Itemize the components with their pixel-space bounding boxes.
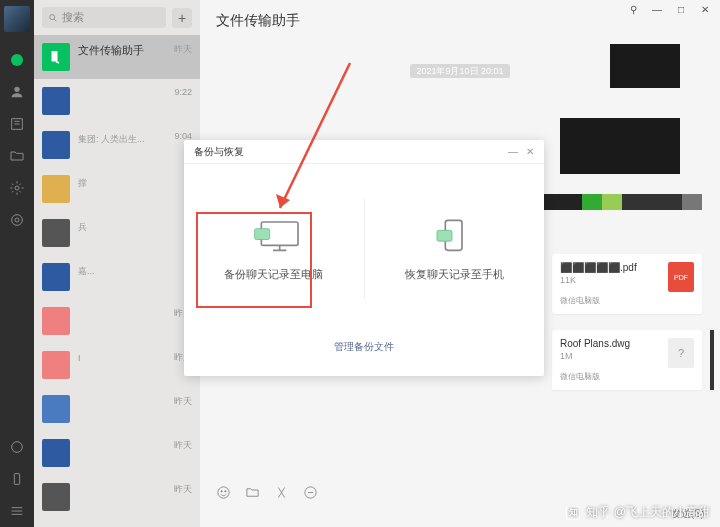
pin-button[interactable]: ⚲ [626, 4, 640, 15]
svg-rect-5 [14, 474, 19, 485]
backup-label: 备份聊天记录至电脑 [224, 267, 323, 282]
restore-to-phone-option[interactable]: 恢复聊天记录至手机 [365, 164, 545, 334]
chat-avatar [42, 175, 70, 203]
svg-rect-7 [52, 51, 58, 62]
chat-icon[interactable] [9, 52, 25, 68]
history-icon[interactable] [303, 485, 318, 500]
backup-restore-dialog: 备份与恢复 — ✕ 备份聊天记录至电脑 恢复聊天记录至手机 管理备份文件 [184, 140, 544, 376]
image-message[interactable] [522, 194, 702, 210]
watermark: 知 知乎 @飞上天的小高甜 [566, 504, 710, 521]
chat-item[interactable]: 嘉... [34, 255, 200, 299]
image-message[interactable] [560, 118, 680, 174]
window-controls: ⚲ — □ ✕ [626, 4, 712, 15]
miniprogram-icon[interactable] [9, 439, 25, 455]
chat-item[interactable]: 昨天 [34, 431, 200, 475]
chat-item[interactable]: 文件传输助手 昨天 [34, 35, 200, 79]
chat-list-panel: 搜索 + 文件传输助手 昨天 9:22 集团: 人类出生... 9:04 撑 兵… [34, 0, 200, 527]
chat-avatar [42, 483, 70, 511]
backup-to-pc-option[interactable]: 备份聊天记录至电脑 [184, 164, 364, 334]
search-bar: 搜索 + [34, 0, 200, 35]
chat-item[interactable]: 昨天 [34, 475, 200, 519]
chat-title: 文件传输助手 [216, 12, 300, 28]
zhihu-logo-icon: 知 [566, 506, 580, 520]
minimize-button[interactable]: — [650, 4, 664, 15]
pdf-icon: PDF [668, 262, 694, 292]
chat-avatar [42, 43, 70, 71]
favorites-icon[interactable] [9, 116, 25, 132]
apps-icon[interactable] [9, 212, 25, 228]
chat-avatar [42, 87, 70, 115]
chat-item[interactable]: 兵 [34, 211, 200, 255]
phone-icon [432, 217, 476, 253]
chat-item[interactable]: 9:22 [34, 79, 200, 123]
svg-point-0 [11, 54, 23, 66]
chat-avatar [42, 263, 70, 291]
maximize-button[interactable]: □ [674, 4, 688, 15]
chat-avatar [42, 395, 70, 423]
dialog-close[interactable]: ✕ [526, 146, 534, 157]
svg-point-3 [15, 218, 19, 222]
monitor-icon [252, 217, 296, 253]
scrollbar-thumb[interactable] [710, 330, 714, 390]
input-toolbar [200, 477, 720, 507]
manage-backup-link[interactable]: 管理备份文件 [184, 334, 544, 360]
add-button[interactable]: + [172, 8, 192, 28]
dialog-title: 备份与恢复 [194, 145, 244, 159]
svg-rect-15 [437, 230, 452, 241]
contacts-icon[interactable] [9, 84, 25, 100]
search-input[interactable]: 搜索 [42, 7, 166, 28]
restore-label: 恢复聊天记录至手机 [405, 267, 504, 282]
user-avatar[interactable] [4, 6, 30, 32]
svg-point-10 [225, 490, 226, 491]
svg-rect-13 [254, 228, 269, 239]
dialog-header: 备份与恢复 — ✕ [184, 140, 544, 164]
file-card-pdf[interactable]: ⬛⬛⬛⬛⬛.pdf 11K 微信电脑版 PDF [552, 254, 702, 314]
dialog-minimize[interactable]: — [508, 146, 518, 157]
svg-point-9 [221, 490, 222, 491]
settings-icon[interactable] [9, 180, 25, 196]
chat-item[interactable]: 昨天 [34, 299, 200, 343]
close-button[interactable]: ✕ [698, 4, 712, 15]
files-icon[interactable] [9, 148, 25, 164]
folder-icon[interactable] [245, 485, 260, 500]
chat-item[interactable]: 昨天 [34, 387, 200, 431]
chat-item[interactable]: 集团: 人类出生... 9:04 [34, 123, 200, 167]
chat-list: 文件传输助手 昨天 9:22 集团: 人类出生... 9:04 撑 兵 嘉...… [34, 35, 200, 527]
chat-item[interactable]: I 昨天 [34, 343, 200, 387]
menu-icon[interactable] [9, 503, 25, 519]
emoji-icon[interactable] [216, 485, 231, 500]
chat-item[interactable]: 撑 [34, 167, 200, 211]
screenshot-icon[interactable] [274, 485, 289, 500]
chat-avatar [42, 219, 70, 247]
svg-point-1 [15, 186, 19, 190]
left-nav [0, 0, 34, 527]
chat-avatar [42, 439, 70, 467]
svg-point-6 [50, 14, 55, 19]
svg-point-8 [218, 486, 229, 497]
image-message[interactable] [610, 44, 680, 88]
chat-avatar [42, 307, 70, 335]
chat-avatar [42, 131, 70, 159]
svg-point-2 [12, 215, 23, 226]
phone-icon[interactable] [9, 471, 25, 487]
svg-point-4 [12, 442, 23, 453]
file-card-dwg[interactable]: Roof Plans.dwg 1M 微信电脑版 ? [552, 330, 702, 390]
unknown-file-icon: ? [668, 338, 694, 368]
chat-avatar [42, 351, 70, 379]
